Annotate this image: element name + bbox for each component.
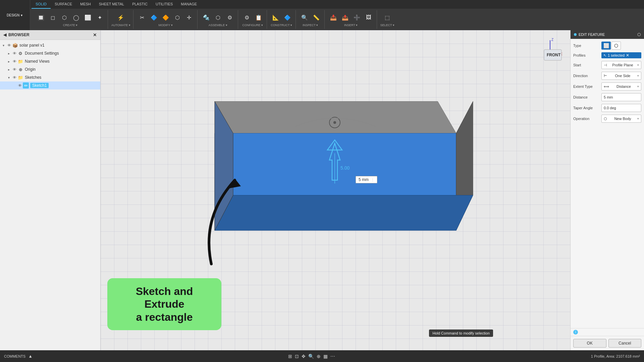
group-label-automate[interactable]: AUTOMATE ▾ (111, 23, 130, 27)
dimension-label[interactable]: 5 mm ⋮ (356, 176, 377, 183)
visibility-icon-root[interactable]: 👁 (7, 43, 11, 47)
viewport: 5.00 5 mm ⋮ Sketch and Extrude a rectang… (101, 30, 570, 350)
group-label-select[interactable]: SELECT ▾ (380, 23, 394, 27)
tree-item-root[interactable]: ▾👁📦solar panel v1 (0, 41, 100, 49)
visibility-icon-doc_settings[interactable]: 👁 (13, 51, 16, 55)
group-label-modify[interactable]: MODIFY ▾ (159, 23, 173, 27)
insert-tool-icon[interactable]: 📤 (340, 12, 351, 23)
tab-plastic[interactable]: PLASTIC (128, 0, 152, 9)
type-btn-1[interactable]: ⬜ (601, 42, 611, 50)
insert-tool-icon[interactable]: ➕ (352, 12, 362, 23)
panel-dropdown-direction[interactable]: ⊢One Side▾ (601, 72, 641, 80)
panel-dropdown-extent_type[interactable]: ⟺Distance▾ (601, 82, 641, 90)
view-cube[interactable]: Z X FRONT (537, 37, 564, 64)
configure-tool-icon[interactable]: ⚙ (241, 12, 252, 23)
sidebar-tree: ▾👁📦solar panel v1▸👁⚙Document Settings▸👁📁… (0, 40, 100, 350)
tool-search-icon[interactable]: ⊕ (317, 354, 321, 359)
design-menu-button[interactable]: DESIGN ▾ (0, 0, 30, 30)
assemble-tool-icon[interactable]: ⚙ (224, 12, 235, 23)
group-construct: 📐🔷CONSTRUCT ▾ (268, 10, 296, 29)
profiles-badge[interactable]: ↖1 selected✕ (601, 52, 641, 58)
tool-zoom-icon[interactable]: 🔍 (308, 354, 314, 359)
assemble-tool-icon[interactable]: 🔩 (201, 12, 212, 23)
sidebar-close-icon[interactable]: ✕ (93, 32, 97, 38)
inspect-tool-icon[interactable]: 🔍 (299, 12, 310, 23)
group-label-assemble[interactable]: ASSEMBLE ▾ (209, 23, 227, 27)
panel-dropdown-start[interactable]: ⊣Profile Plane▾ (601, 61, 641, 69)
assemble-tool-icon[interactable]: ⬡ (213, 12, 223, 23)
tab-sheet_metal[interactable]: SHEET METAL (95, 0, 128, 9)
group-label-create[interactable]: CREATE ▾ (63, 23, 77, 27)
annotation-text: Sketch and Extrude a rectangle (115, 285, 213, 323)
tab-surface[interactable]: SURFACE (51, 0, 76, 9)
visibility-icon-named_views[interactable]: 👁 (13, 59, 16, 63)
collapse-icon[interactable]: ◀ (3, 33, 6, 37)
group-label-construct[interactable]: CONSTRUCT ▾ (271, 23, 292, 27)
tool-snap-icon[interactable]: ⊡ (295, 354, 299, 359)
configure-tool-icon[interactable]: 📋 (253, 12, 264, 23)
tree-arrow-named_views[interactable]: ▸ (8, 60, 13, 63)
tool-view-icon[interactable]: ▦ (323, 354, 328, 359)
visibility-icon-origin[interactable]: 👁 (13, 67, 16, 71)
panel-dropdown-operation[interactable]: ⬡New Body▾ (601, 115, 641, 123)
create-tool-icon[interactable]: ✦ (94, 12, 105, 23)
dimension-menu-icon[interactable]: ⋮ (371, 178, 374, 182)
create-tool-icon[interactable]: ◯ (71, 12, 82, 23)
tree-item-named_views[interactable]: ▸👁📁Named Views (0, 57, 100, 65)
create-tool-icon[interactable]: ⬡ (59, 12, 70, 23)
comments-toggle[interactable]: ▲ (28, 354, 33, 359)
panel-label-operation: Operation (573, 117, 600, 121)
tab-solid[interactable]: SOLID (32, 0, 51, 9)
dropdown-arrow-direction: ▾ (637, 74, 639, 77)
tree-item-sketches[interactable]: ▾👁📁Sketches (0, 73, 100, 81)
create-tool-icon[interactable]: ⬜ (83, 12, 93, 23)
select-tool-icon[interactable]: ⬚ (382, 12, 393, 23)
tool-grid-icon[interactable]: ⊞ (288, 354, 292, 359)
tab-utilities[interactable]: UTILITIES (152, 0, 177, 9)
tree-arrow-root[interactable]: ▾ (3, 44, 7, 47)
create-tool-icon[interactable]: 🔲 (36, 12, 46, 23)
tool-move-icon[interactable]: ✥ (302, 354, 306, 359)
panel-dot (574, 33, 577, 36)
badge-clear-profiles[interactable]: ✕ (626, 53, 629, 58)
panel-input-taper_angle[interactable]: 0.0 deg (601, 104, 641, 112)
automate-tool-icon[interactable]: ⚡ (115, 12, 126, 23)
modify-tool-icon[interactable]: 🔷 (149, 12, 159, 23)
tab-mesh[interactable]: MESH (76, 0, 95, 9)
visibility-icon-sketch1[interactable]: 👁 (18, 83, 22, 87)
modify-tool-icon[interactable]: 🔶 (160, 12, 171, 23)
tree-arrow-sketches[interactable]: ▾ (8, 76, 13, 79)
tree-arrow-origin[interactable]: ▸ (8, 68, 13, 71)
modify-tool-icon[interactable]: ✛ (184, 12, 195, 23)
panel-row-profiles: Profiles↖1 selected✕ (573, 52, 641, 58)
modify-tool-icon[interactable]: ⬡ (172, 12, 183, 23)
construct-tool-icon[interactable]: 🔷 (282, 12, 293, 23)
panel-input-distance[interactable]: 5 mm (601, 93, 641, 101)
tree-arrow-doc_settings[interactable]: ▸ (8, 52, 13, 55)
panel-expand-icon[interactable]: ⬡ (637, 32, 641, 37)
input-value-taper_angle: 0.0 deg (604, 106, 616, 110)
cancel-button[interactable]: Cancel (608, 339, 642, 348)
tab-manage[interactable]: MANAGE (177, 0, 201, 9)
tooltip-bar: Hold Command to modify selection (429, 329, 493, 337)
tree-item-origin[interactable]: ▸👁⊕Origin (0, 65, 100, 73)
group-label-configure[interactable]: CONFIGURE ▾ (242, 23, 263, 27)
badge-cursor-icon: ↖ (603, 53, 606, 58)
sidebar: ◀ BROWSER ✕ ▾👁📦solar panel v1▸👁⚙Document… (0, 30, 101, 350)
modify-tool-icon[interactable]: ✂ (137, 12, 148, 23)
insert-tool-icon[interactable]: 📥 (328, 12, 339, 23)
create-tool-icon[interactable]: ◻ (47, 12, 58, 23)
ok-button[interactable]: OK (573, 339, 606, 348)
group-label-insert[interactable]: INSERT ▾ (344, 23, 358, 27)
group-configure: ⚙📋CONFIGURE ▾ (239, 10, 267, 29)
inspect-tool-icon[interactable]: 📏 (311, 12, 322, 23)
visibility-icon-sketches[interactable]: 👁 (13, 75, 16, 79)
panel-row-direction: Direction⊢One Side▾ (573, 72, 641, 80)
insert-tool-icon[interactable]: 🖼 (363, 12, 374, 23)
tool-more-icon[interactable]: ⋯ (330, 354, 335, 359)
group-label-inspect[interactable]: INSPECT ▾ (303, 23, 318, 27)
tree-item-sketch1[interactable]: 👁✏Sketch1 (0, 81, 100, 89)
construct-tool-icon[interactable]: 📐 (270, 12, 281, 23)
type-btn-2[interactable]: ⬡ (611, 42, 621, 50)
tree-item-doc_settings[interactable]: ▸👁⚙Document Settings (0, 49, 100, 57)
